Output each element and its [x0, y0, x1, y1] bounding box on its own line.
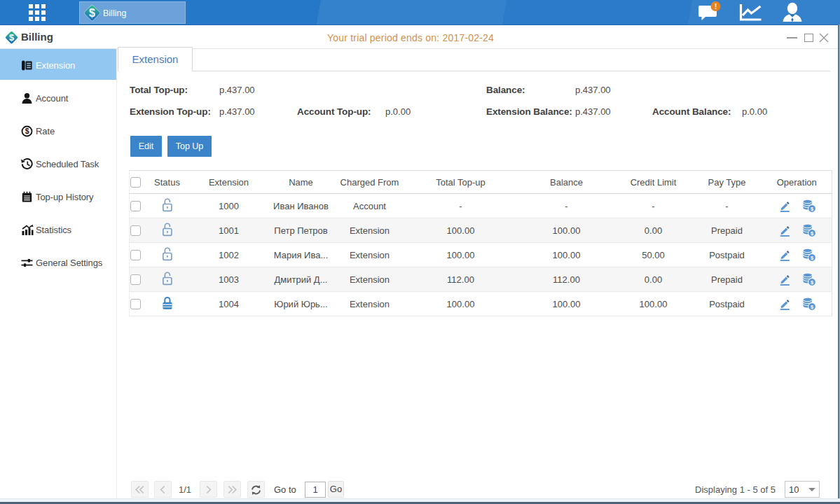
svg-text:$: $: [9, 32, 14, 43]
svg-text:!: !: [715, 2, 717, 10]
svg-text:$: $: [25, 127, 29, 135]
svg-text:$: $: [89, 7, 95, 19]
